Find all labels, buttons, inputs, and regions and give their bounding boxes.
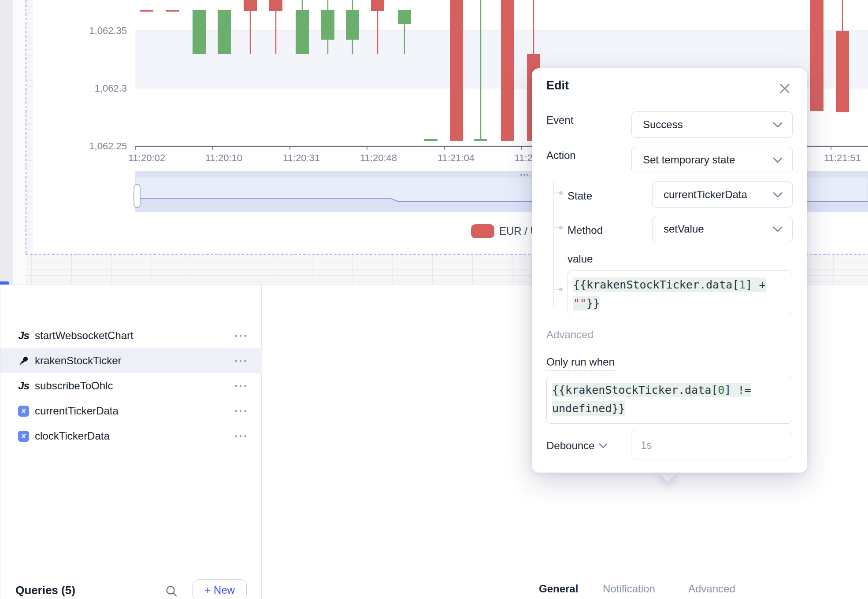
x-axis-tick-label: 11:20:31 — [283, 152, 320, 163]
candle-body — [371, 0, 384, 11]
candle-body — [501, 0, 514, 141]
debounce-dropdown[interactable]: Debounce — [546, 440, 608, 452]
x-axis-tick-label: 11:20:48 — [360, 152, 397, 163]
js-query-icon: Js — [18, 330, 29, 341]
value-code-editor[interactable]: {{krakenStockTicker.data[1] + ""}} — [568, 270, 792, 316]
queries-panel: Queries (5) + New JsstartWebsocketChartk… — [0, 285, 262, 599]
y-axis-tick-label: 1,062.35 — [89, 25, 127, 36]
connector-stub — [553, 289, 560, 290]
chevron-down-icon — [773, 157, 783, 163]
js-query-icon: Js — [18, 381, 29, 392]
query-options-icon[interactable] — [235, 434, 246, 438]
action-dropdown-value: Set temporary state — [643, 154, 735, 166]
chevron-down-icon — [599, 443, 608, 448]
only-run-when-label: Only run when — [546, 356, 615, 371]
event-dropdown-value: Success — [643, 118, 683, 131]
x-axis-tick-label: 11:20:02 — [128, 152, 165, 163]
query-options-icon[interactable] — [235, 334, 246, 337]
candle-body — [450, 0, 463, 141]
query-name: subscribeToOhlc — [35, 380, 113, 392]
query-list-item-startWebsocketChart[interactable]: JsstartWebsocketChart — [0, 323, 262, 348]
candle-body — [810, 0, 823, 111]
query-list-item-krakenStockTicker[interactable]: krakenStockTicker — [0, 348, 262, 373]
state-dropdown-value: currentTickerData — [664, 189, 747, 201]
tab-general[interactable]: General — [539, 583, 578, 595]
state-dropdown[interactable]: currentTickerData — [652, 181, 793, 208]
query-name: krakenStockTicker — [35, 355, 122, 367]
x-axis-tick-label: 11:21:51 — [824, 152, 861, 163]
x-axis-tick-label: 11:20:10 — [205, 152, 242, 163]
value-field-label: value — [568, 253, 593, 265]
only-run-when-code-editor[interactable]: {{krakenStockTicker.data[0] != undefined… — [546, 376, 792, 424]
tab-advanced[interactable]: Advanced — [688, 583, 735, 595]
method-field-label: Method — [568, 224, 603, 237]
query-options-icon[interactable] — [235, 409, 246, 413]
stream-query-icon — [18, 355, 29, 366]
candle-body — [218, 10, 231, 54]
legend-swatch-eur-usd — [471, 224, 494, 238]
candle-body — [836, 31, 849, 112]
event-dropdown[interactable]: Success — [631, 111, 793, 138]
candle-body — [269, 0, 282, 11]
query-name: currentTickerData — [35, 405, 119, 417]
tab-notification[interactable]: Notification — [603, 583, 655, 595]
action-dropdown[interactable]: Set temporary state — [631, 147, 793, 173]
candle-body — [398, 10, 411, 24]
search-icon[interactable] — [165, 584, 178, 598]
method-dropdown-value: setValue — [664, 223, 704, 235]
queries-panel-title: Queries (5) — [15, 584, 75, 597]
chevron-down-icon — [773, 226, 783, 232]
query-list-item-currentTickerData[interactable]: xcurrentTickerData — [0, 399, 262, 423]
candle-body — [140, 10, 153, 12]
candle-body — [321, 10, 334, 40]
state-variable-icon: x — [18, 406, 29, 417]
nested-fields-connector — [553, 182, 554, 307]
widget-selection-border-left — [26, 0, 26, 255]
chevron-down-icon — [773, 122, 783, 128]
x-axis-tick-label: 11:21:04 — [438, 152, 475, 163]
state-field-label: State — [568, 190, 592, 202]
method-dropdown[interactable]: setValue — [652, 216, 793, 242]
query-options-icon[interactable] — [235, 359, 246, 362]
query-name: clockTickerData — [35, 430, 110, 442]
action-field-label: Action — [546, 149, 576, 162]
candle-body — [166, 10, 179, 12]
query-list-item-subscribeToOhlc[interactable]: JssubscribeToOhlc — [0, 373, 262, 398]
candle-body — [346, 10, 359, 40]
candle-body — [474, 139, 487, 141]
x-axis-tick-label: 11:2 — [514, 152, 532, 163]
rangeslider-handle[interactable] — [134, 185, 140, 207]
new-query-button-label: + New — [204, 584, 235, 596]
state-variable-icon: x — [18, 431, 29, 442]
candle-body — [193, 10, 206, 54]
query-options-icon[interactable] — [235, 384, 246, 388]
debounce-label: Debounce — [546, 440, 594, 452]
event-field-label: Event — [546, 114, 573, 126]
popover-title: Edit — [546, 79, 569, 92]
candle-body — [244, 0, 257, 11]
candle-body — [296, 10, 309, 54]
debounce-input[interactable]: 1s — [631, 431, 792, 459]
chevron-down-icon — [773, 192, 783, 198]
query-name: startWebsocketChart — [35, 329, 134, 342]
rangeslider-grip-icon[interactable] — [520, 174, 522, 176]
advanced-section-toggle[interactable]: Advanced — [546, 329, 594, 341]
rangeslider-grip-icon[interactable] — [527, 174, 528, 176]
candle-body — [424, 139, 438, 141]
edit-event-handler-popover: Edit Event Success Action Set temporary … — [532, 68, 807, 473]
y-axis-tick-label: 1,062.3 — [95, 83, 127, 94]
query-list-item-clockTickerData[interactable]: xclockTickerData — [0, 424, 262, 448]
rangeslider-grip-icon[interactable] — [523, 174, 525, 176]
connector-stub — [553, 192, 560, 193]
connector-stub — [553, 227, 560, 228]
debounce-value: 1s — [641, 439, 652, 451]
new-query-button[interactable]: + New — [193, 579, 247, 599]
close-icon[interactable] — [778, 81, 792, 96]
y-axis-tick-label: 1,062.25 — [89, 141, 127, 152]
